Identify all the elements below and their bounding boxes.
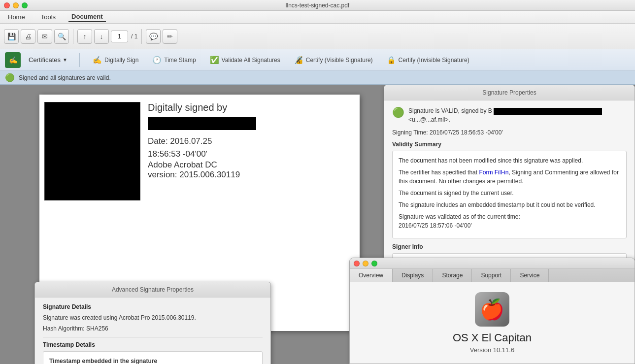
chevron-down-icon: ▼ <box>63 57 67 63</box>
cert-sep-1 <box>79 53 80 67</box>
validity-item-4: The signature includes an embedded times… <box>399 200 620 209</box>
menu-home[interactable]: Home <box>5 12 28 22</box>
search-icon: 🔍 <box>58 33 66 40</box>
next-page-button[interactable]: ↓ <box>94 29 109 44</box>
time-stamp-label: Time Stamp <box>164 57 196 64</box>
os-name: OS X El Capitan <box>453 331 532 344</box>
sig-valid-text: Signature is VALID, signed by B <u...@..… <box>408 106 602 124</box>
toolbar-sep-2 <box>141 29 142 44</box>
maximize-button[interactable] <box>22 2 28 8</box>
digitally-sign-label: Digitally Sign <box>104 57 138 64</box>
tab-support[interactable]: Support <box>472 269 511 282</box>
form-fill-link: Form Fill-in <box>479 169 508 176</box>
status-text: Signed and all signatures are valid. <box>19 74 111 81</box>
about-mac-close[interactable] <box>354 261 360 266</box>
sig-props-title: Signature Properties <box>384 85 635 100</box>
validity-item-1: The document has not been modified since… <box>399 156 620 165</box>
tab-storage[interactable]: Storage <box>433 269 472 282</box>
about-mac-minimize[interactable] <box>363 261 368 266</box>
prev-page-button[interactable]: ↑ <box>77 29 92 44</box>
cert-toolbar: ✍ Certificates ▼ ✍ Digitally Sign 🕐 Time… <box>0 49 635 71</box>
validity-title: Validity Summary <box>392 141 627 148</box>
status-bar: 🟢 Signed and all signatures are valid. <box>0 71 635 85</box>
sig-valid-row: 🟢 Signature is VALID, signed by B <u...@… <box>392 106 627 124</box>
certify-invisible-icon: 🔒 <box>387 56 396 65</box>
menu-tools[interactable]: Tools <box>38 12 59 22</box>
adv-sig-body: Signature Details Signature was created … <box>35 298 270 364</box>
down-arrow-icon: ↓ <box>100 33 103 40</box>
comment-icon: 💬 <box>149 33 158 40</box>
draw-icon: ✏ <box>167 33 173 40</box>
sig-created-text: Signature was created using Acrobat Pro … <box>43 313 263 322</box>
about-mac-maximize[interactable] <box>371 261 377 266</box>
tab-overview[interactable]: Overview <box>350 269 393 282</box>
certify-invisible-label: Certify (Invisible Signature) <box>399 57 469 64</box>
sig-valid-icon: 🟢 <box>392 106 404 118</box>
adv-divider <box>43 337 263 337</box>
page-number-input[interactable] <box>111 31 128 42</box>
validate-all-label: Validate All Signatures <box>222 57 280 64</box>
email-button[interactable]: ✉ <box>37 29 52 44</box>
search-button[interactable]: 🔍 <box>54 29 69 44</box>
stamp-icon: 🕐 <box>152 56 162 65</box>
valid-text-start: Signature is VALID, signed by B <box>408 107 492 114</box>
print-icon: 🖨 <box>25 33 32 40</box>
cert-logo: ✍ <box>5 52 21 68</box>
main-toolbar: 💾 🖨 ✉ 🔍 ↑ ↓ / 1 💬 ✏ <box>0 24 635 49</box>
tab-service[interactable]: Service <box>511 269 549 282</box>
timestamp-title: Timestamp Details <box>43 341 263 348</box>
os-icon: 🍎 <box>475 292 509 327</box>
main-content-area: Digitally signed by Date: 2016.07.25 18:… <box>0 85 635 364</box>
sig-details-title: Signature Details <box>43 303 263 310</box>
adv-sig-title: Advanced Signature Properties <box>35 282 270 298</box>
certify-visible-icon: 🔏 <box>294 56 303 65</box>
adv-sig-panel: Advanced Signature Properties Signature … <box>34 282 271 364</box>
os-version: Version 10.11.6 <box>470 346 514 354</box>
certify-visible-label: Certify (Visible Signature) <box>306 57 373 64</box>
about-mac-body: 🍎 OS X El Capitan Version 10.11.6 <box>350 282 635 364</box>
validity-item-2: The certifier has specified that Form Fi… <box>399 168 620 186</box>
validate-icon: ✅ <box>210 56 219 65</box>
email-text: <u...@...af.mil>. <box>408 116 450 123</box>
save-icon: 💾 <box>7 33 16 40</box>
certificates-menu[interactable]: Certificates ▼ <box>25 54 71 66</box>
timestamp-box: Timestamp embedded in the signature Time… <box>43 351 263 364</box>
menu-document[interactable]: Document <box>68 12 106 22</box>
sig-adobe: Adobe Acrobat DC version: 2015.006.30119 <box>148 160 256 180</box>
validity-item-5: Signature was validated as of the curren… <box>399 212 620 230</box>
sign-icon: ✍ <box>93 56 102 65</box>
signature-stamp-image <box>44 102 140 200</box>
save-button[interactable]: 💾 <box>4 29 19 44</box>
validity-item-3: The document is signed by the current us… <box>399 189 620 198</box>
minimize-button[interactable] <box>13 2 19 8</box>
print-button[interactable]: 🖨 <box>21 29 35 44</box>
name-redacted-inline <box>494 108 602 115</box>
toolbar-sep-1 <box>73 29 73 44</box>
signature-text: Digitally signed by Date: 2016.07.25 18:… <box>148 102 256 180</box>
title-bar: llncs-test-signed-cac.pdf <box>0 0 635 11</box>
digitally-signed-label: Digitally signed by <box>148 102 256 113</box>
about-mac-titlebar <box>350 258 635 269</box>
signing-time: Signing Time: 2016/07/25 18:56:53 -04'00… <box>392 129 627 136</box>
email-icon: ✉ <box>42 33 48 40</box>
timestamp-embedded-label: Timestamp embedded in the signature <box>49 357 256 364</box>
sig-date: Date: 2016.07.25 18:56:53 -04'00' <box>148 135 256 160</box>
certify-invisible-button[interactable]: 🔒 Certify (Invisible Signature) <box>382 53 474 67</box>
comment-button[interactable]: 💬 <box>146 29 161 44</box>
certificates-label: Certificates <box>29 56 61 64</box>
status-valid-icon: 🟢 <box>5 73 15 82</box>
window-controls[interactable] <box>4 2 28 8</box>
sig-hash-text: Hash Algorithm: SHA256 <box>43 325 263 332</box>
signer-info-title: Signer Info <box>392 243 627 250</box>
name-redacted-bar <box>148 117 256 130</box>
menu-bar: Home Tools Document <box>0 11 635 24</box>
time-stamp-button[interactable]: 🕐 Time Stamp <box>147 53 201 67</box>
validate-all-button[interactable]: ✅ Validate All Signatures <box>205 53 285 67</box>
validity-section: Validity Summary The document has not be… <box>392 141 627 238</box>
digitally-sign-button[interactable]: ✍ Digitally Sign <box>88 53 143 67</box>
close-button[interactable] <box>4 2 10 8</box>
tab-displays[interactable]: Displays <box>393 269 433 282</box>
certify-visible-button[interactable]: 🔏 Certify (Visible Signature) <box>289 53 378 67</box>
window-title: llncs-test-signed-cac.pdf <box>286 2 349 9</box>
draw-button[interactable]: ✏ <box>163 29 177 44</box>
